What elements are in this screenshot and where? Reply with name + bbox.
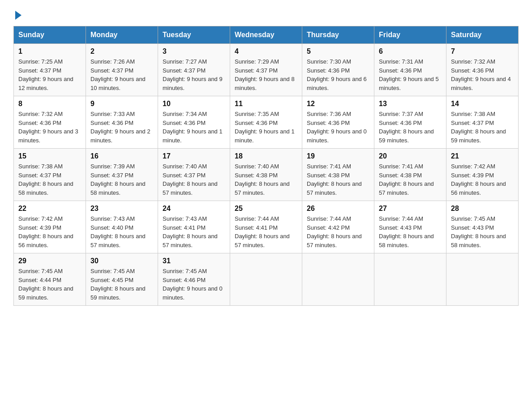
calendar-week-row: 22 Sunrise: 7:42 AMSunset: 4:39 PMDaylig… [14, 201, 519, 253]
day-number: 23 [90, 205, 153, 213]
day-info: Sunrise: 7:44 AMSunset: 4:42 PMDaylight:… [307, 214, 369, 249]
calendar-header-saturday: Saturday [446, 26, 519, 44]
day-info: Sunrise: 7:45 AMSunset: 4:44 PMDaylight:… [18, 267, 81, 302]
day-info: Sunrise: 7:44 AMSunset: 4:41 PMDaylight:… [235, 214, 297, 249]
calendar-cell: 5 Sunrise: 7:30 AMSunset: 4:36 PMDayligh… [302, 44, 374, 96]
page-header [13, 9, 519, 17]
day-info: Sunrise: 7:33 AMSunset: 4:36 PMDaylight:… [90, 110, 153, 145]
calendar-cell [446, 253, 519, 306]
calendar-cell: 11 Sunrise: 7:35 AMSunset: 4:36 PMDaylig… [230, 96, 302, 149]
day-number: 17 [163, 152, 225, 160]
day-number: 27 [379, 205, 442, 213]
calendar-header-sunday: Sunday [14, 26, 86, 44]
calendar-week-row: 29 Sunrise: 7:45 AMSunset: 4:44 PMDaylig… [14, 253, 519, 306]
day-info: Sunrise: 7:32 AMSunset: 4:36 PMDaylight:… [18, 110, 81, 145]
calendar-cell: 19 Sunrise: 7:41 AMSunset: 4:38 PMDaylig… [302, 149, 374, 201]
calendar-week-row: 15 Sunrise: 7:38 AMSunset: 4:37 PMDaylig… [14, 149, 519, 201]
day-number: 8 [18, 100, 81, 108]
day-info: Sunrise: 7:45 AMSunset: 4:43 PMDaylight:… [451, 214, 514, 249]
day-number: 13 [379, 100, 442, 108]
calendar-week-row: 8 Sunrise: 7:32 AMSunset: 4:36 PMDayligh… [14, 96, 519, 149]
calendar-cell [302, 253, 374, 306]
calendar-header-friday: Friday [374, 26, 446, 44]
day-number: 5 [307, 47, 369, 56]
day-number: 10 [163, 100, 225, 108]
day-info: Sunrise: 7:32 AMSunset: 4:36 PMDaylight:… [451, 57, 514, 92]
calendar-cell: 25 Sunrise: 7:44 AMSunset: 4:41 PMDaylig… [230, 201, 302, 253]
calendar-cell: 10 Sunrise: 7:34 AMSunset: 4:36 PMDaylig… [158, 96, 230, 149]
day-info: Sunrise: 7:39 AMSunset: 4:37 PMDaylight:… [90, 162, 153, 197]
day-info: Sunrise: 7:44 AMSunset: 4:43 PMDaylight:… [379, 214, 442, 249]
day-number: 12 [307, 100, 369, 108]
calendar-header-row: SundayMondayTuesdayWednesdayThursdayFrid… [14, 26, 519, 44]
calendar-cell: 20 Sunrise: 7:41 AMSunset: 4:38 PMDaylig… [374, 149, 446, 201]
calendar-cell: 29 Sunrise: 7:45 AMSunset: 4:44 PMDaylig… [14, 253, 86, 306]
calendar-header-monday: Monday [86, 26, 158, 44]
calendar-week-row: 1 Sunrise: 7:25 AMSunset: 4:37 PMDayligh… [14, 44, 519, 96]
day-info: Sunrise: 7:38 AMSunset: 4:37 PMDaylight:… [18, 162, 81, 197]
logo [13, 9, 21, 17]
calendar-cell: 17 Sunrise: 7:40 AMSunset: 4:37 PMDaylig… [158, 149, 230, 201]
day-number: 3 [163, 47, 225, 56]
calendar-cell: 12 Sunrise: 7:36 AMSunset: 4:36 PMDaylig… [302, 96, 374, 149]
day-info: Sunrise: 7:42 AMSunset: 4:39 PMDaylight:… [451, 162, 514, 197]
calendar-cell: 22 Sunrise: 7:42 AMSunset: 4:39 PMDaylig… [14, 201, 86, 253]
calendar-cell: 6 Sunrise: 7:31 AMSunset: 4:36 PMDayligh… [374, 44, 446, 96]
calendar-cell: 15 Sunrise: 7:38 AMSunset: 4:37 PMDaylig… [14, 149, 86, 201]
day-info: Sunrise: 7:38 AMSunset: 4:37 PMDaylight:… [451, 110, 514, 145]
day-info: Sunrise: 7:26 AMSunset: 4:37 PMDaylight:… [90, 57, 153, 92]
day-info: Sunrise: 7:34 AMSunset: 4:36 PMDaylight:… [163, 110, 225, 145]
calendar-cell [230, 253, 302, 306]
day-number: 7 [451, 47, 514, 56]
day-number: 9 [90, 100, 153, 108]
day-info: Sunrise: 7:35 AMSunset: 4:36 PMDaylight:… [235, 110, 297, 145]
day-number: 31 [163, 257, 225, 265]
day-info: Sunrise: 7:45 AMSunset: 4:46 PMDaylight:… [163, 267, 225, 302]
day-number: 16 [90, 152, 153, 160]
day-number: 14 [451, 100, 514, 108]
day-number: 26 [307, 205, 369, 213]
calendar-cell: 23 Sunrise: 7:43 AMSunset: 4:40 PMDaylig… [86, 201, 158, 253]
calendar-cell: 30 Sunrise: 7:45 AMSunset: 4:45 PMDaylig… [86, 253, 158, 306]
day-info: Sunrise: 7:37 AMSunset: 4:36 PMDaylight:… [379, 110, 442, 145]
day-number: 18 [235, 152, 297, 160]
day-number: 4 [235, 47, 297, 56]
calendar-header-wednesday: Wednesday [230, 26, 302, 44]
day-number: 21 [451, 152, 514, 160]
calendar-cell: 31 Sunrise: 7:45 AMSunset: 4:46 PMDaylig… [158, 253, 230, 306]
day-info: Sunrise: 7:31 AMSunset: 4:36 PMDaylight:… [379, 57, 442, 92]
day-number: 1 [18, 47, 81, 56]
day-number: 2 [90, 47, 153, 56]
day-info: Sunrise: 7:43 AMSunset: 4:40 PMDaylight:… [90, 214, 153, 249]
day-info: Sunrise: 7:40 AMSunset: 4:37 PMDaylight:… [163, 162, 225, 197]
day-number: 11 [235, 100, 297, 108]
calendar-header-tuesday: Tuesday [158, 26, 230, 44]
calendar-cell: 24 Sunrise: 7:43 AMSunset: 4:41 PMDaylig… [158, 201, 230, 253]
day-number: 28 [451, 205, 514, 213]
logo-arrow-icon [15, 11, 21, 20]
day-info: Sunrise: 7:42 AMSunset: 4:39 PMDaylight:… [18, 214, 81, 249]
day-info: Sunrise: 7:29 AMSunset: 4:37 PMDaylight:… [235, 57, 297, 92]
day-info: Sunrise: 7:36 AMSunset: 4:36 PMDaylight:… [307, 110, 369, 145]
calendar-header-thursday: Thursday [302, 26, 374, 44]
day-info: Sunrise: 7:30 AMSunset: 4:36 PMDaylight:… [307, 57, 369, 92]
day-info: Sunrise: 7:25 AMSunset: 4:37 PMDaylight:… [18, 57, 81, 92]
calendar-cell: 26 Sunrise: 7:44 AMSunset: 4:42 PMDaylig… [302, 201, 374, 253]
calendar-cell: 4 Sunrise: 7:29 AMSunset: 4:37 PMDayligh… [230, 44, 302, 96]
day-info: Sunrise: 7:40 AMSunset: 4:38 PMDaylight:… [235, 162, 297, 197]
day-number: 29 [18, 257, 81, 265]
calendar-cell: 21 Sunrise: 7:42 AMSunset: 4:39 PMDaylig… [446, 149, 519, 201]
day-info: Sunrise: 7:43 AMSunset: 4:41 PMDaylight:… [163, 214, 225, 249]
day-info: Sunrise: 7:41 AMSunset: 4:38 PMDaylight:… [379, 162, 442, 197]
day-number: 22 [18, 205, 81, 213]
day-info: Sunrise: 7:45 AMSunset: 4:45 PMDaylight:… [90, 267, 153, 302]
calendar-cell: 3 Sunrise: 7:27 AMSunset: 4:37 PMDayligh… [158, 44, 230, 96]
day-number: 30 [90, 257, 153, 265]
calendar-cell: 13 Sunrise: 7:37 AMSunset: 4:36 PMDaylig… [374, 96, 446, 149]
day-info: Sunrise: 7:41 AMSunset: 4:38 PMDaylight:… [307, 162, 369, 197]
day-number: 19 [307, 152, 369, 160]
calendar-cell: 28 Sunrise: 7:45 AMSunset: 4:43 PMDaylig… [446, 201, 519, 253]
calendar-cell: 18 Sunrise: 7:40 AMSunset: 4:38 PMDaylig… [230, 149, 302, 201]
calendar-cell: 8 Sunrise: 7:32 AMSunset: 4:36 PMDayligh… [14, 96, 86, 149]
day-number: 20 [379, 152, 442, 160]
